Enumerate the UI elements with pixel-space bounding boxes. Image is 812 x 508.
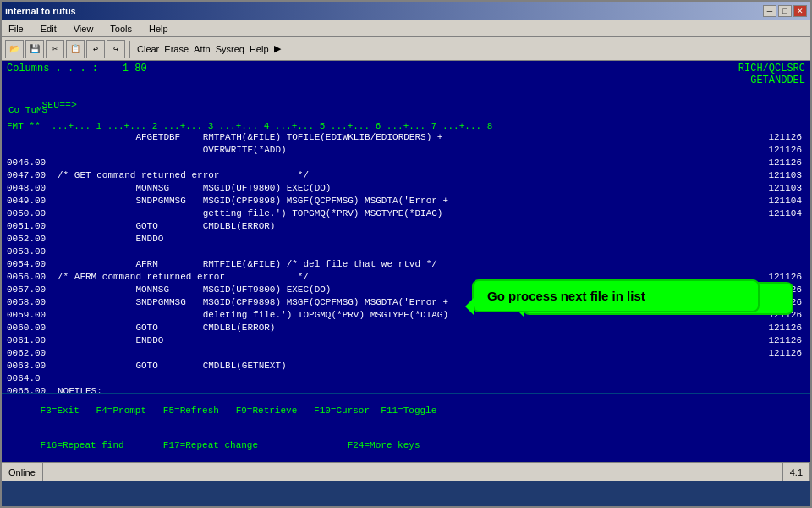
toolbar-copy[interactable]: 📋	[66, 40, 85, 58]
table-row: 0063.00 GOTO CMDLBL(GETNEXT)	[7, 360, 805, 373]
terminal: Columns . . . : 1 80 Co TuMS RICH/QCLSRC…	[2, 61, 810, 462]
clear-label[interactable]: Clear	[137, 44, 159, 54]
status-position: 4.1	[783, 463, 810, 481]
maximize-button[interactable]: □	[778, 5, 792, 17]
function-keys-1: F3=Exit F4=Prompt F5=Refresh F9=Retrieve…	[2, 393, 810, 428]
table-row: 0049.00 SNDPGMMSG MSGID(CPF9898) MSGF(QC…	[7, 195, 805, 207]
taskbar	[2, 481, 810, 506]
close-button[interactable]: ✕	[793, 5, 807, 17]
table-row: 0060.00 GOTO CMDLBL(ERROR)121126	[7, 322, 805, 334]
toolbar-save[interactable]: 💾	[25, 40, 44, 58]
title-bar: internal to rufus ─ □ ✕	[2, 2, 810, 20]
table-row: 0054.00 AFRM RMTFILE(&FILE) /* del file …	[7, 258, 805, 271]
window-title: internal to rufus	[5, 6, 76, 16]
erase-label[interactable]: Erase	[164, 44, 189, 54]
table-row: 0050.00 getting file.') TOPGMQ(*PRV) MSG…	[7, 207, 805, 220]
toolbar-cut[interactable]: ✂	[46, 40, 64, 58]
callout-getnext: Go process next file in list	[472, 279, 760, 312]
menu-view[interactable]: View	[69, 22, 99, 36]
help-label[interactable]: Help	[250, 44, 269, 54]
terminal-header: Columns . . . : 1 80 Co TuMS RICH/QCLSRC…	[2, 61, 810, 88]
status-middle	[43, 463, 783, 481]
toolbar-undo[interactable]: ↩	[86, 40, 105, 58]
table-row: 0052.00 ENDDO	[7, 233, 805, 246]
menu-file[interactable]: File	[3, 22, 29, 36]
toolbar-open[interactable]: 📂	[5, 40, 24, 58]
main-window: internal to rufus ─ □ ✕ File Edit View T…	[0, 0, 812, 508]
table-row: 0061.00 ENDDO121126	[7, 334, 805, 347]
seu-row: SEU==>	[2, 88, 810, 121]
code-area: AFGETDBF RMTPATH(&FILE) TOFILE(EDIWKLIB/…	[2, 131, 810, 393]
toolbar: 📂 💾 ✂ 📋 ↩ ↪ Clear Erase Attn Sysreq Help…	[2, 37, 810, 61]
table-row: AFGETDBF RMTPATH(&FILE) TOFILE(EDIWKLIB/…	[7, 131, 805, 144]
status-bar: Online 4.1	[2, 462, 810, 481]
table-row: 0048.00 MONMSG MSGID(UFT9800) EXEC(DO)12…	[7, 182, 805, 195]
menu-help[interactable]: Help	[144, 22, 173, 36]
status-online: Online	[2, 463, 43, 481]
sysreq-label[interactable]: Sysreq	[216, 44, 244, 54]
toolbar-redo[interactable]: ↪	[107, 40, 125, 58]
table-row: 0053.00	[7, 246, 805, 258]
table-row: 0064.0	[7, 373, 805, 385]
table-row: 0062.00121126	[7, 347, 805, 360]
right-top2: GETANDDEL	[750, 75, 805, 86]
menu-edit[interactable]: Edit	[36, 22, 62, 36]
window-controls: ─ □ ✕	[763, 5, 807, 17]
table-row: OVERWRITE(*ADD)121126	[7, 144, 805, 157]
play-label[interactable]: ▶	[274, 43, 281, 54]
attn-label[interactable]: Attn	[194, 44, 211, 54]
separator	[129, 41, 130, 58]
menu-tools[interactable]: Tools	[105, 22, 137, 36]
code-lines: AFGETDBF RMTPATH(&FILE) TOFILE(EDIWKLIB/…	[7, 131, 805, 393]
table-row: 0065.00NOFILES:	[7, 385, 805, 393]
function-keys-2: F16=Repeat find F17=Repeat change F24=Mo…	[2, 428, 810, 462]
table-row: 0047.00/* GET command returned error */1…	[7, 169, 805, 182]
table-row: 0051.00 GOTO CMDLBL(ERROR)	[7, 220, 805, 233]
minimize-button[interactable]: ─	[763, 5, 776, 17]
table-row: 0046.00121126	[7, 157, 805, 169]
menu-bar: File Edit View Tools Help	[2, 20, 810, 37]
right-top1: RICH/QCLSRC	[738, 63, 805, 75]
columns-label: Columns . . . : 1 80	[7, 63, 147, 86]
ruler-line: FMT ** ...+... 1 ...+... 2 ...+... 3 ...…	[2, 121, 810, 131]
cotums-label: Co TuMS	[8, 105, 47, 115]
